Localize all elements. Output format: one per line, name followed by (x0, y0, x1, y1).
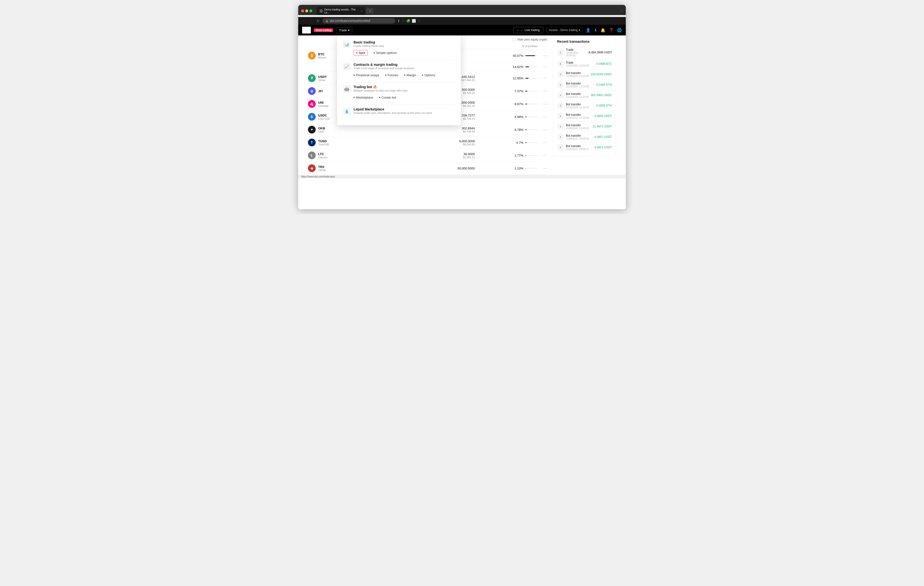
marketplace-dot (353, 97, 355, 98)
tx-info: Trade 12/06/2022, 10:59:09 (566, 48, 588, 57)
new-tab-button[interactable]: + (366, 8, 373, 13)
assets-dropdown[interactable]: Assets - Demo trading ▾ (546, 27, 583, 33)
okx-logo[interactable]: OKX (302, 27, 311, 33)
margin-menu-item[interactable]: Margin (404, 72, 416, 78)
create-bot-dot (379, 97, 380, 98)
tx-icon: ↕ (557, 113, 564, 119)
tx-info: Bot transfer 11/09/2022, 09:08:37 (566, 144, 594, 151)
bookmark-icon[interactable]: ☆ (402, 19, 405, 23)
assets-chevron-icon: ▾ (579, 28, 580, 32)
create-bot-label: Create bot (381, 96, 396, 99)
trade-menu-button[interactable]: Trade ▾ (336, 27, 352, 33)
portfolio-bar (525, 78, 538, 79)
transaction-item: ↕ Bot transfer 11/09/2022, 09:08:38 4.09… (557, 132, 612, 142)
tx-info: Bot transfer 11/16/2022, 12:31:06 (566, 71, 591, 78)
portfolio-bar-fill (525, 78, 528, 79)
live-trading-button[interactable]: ← ← Live trading (513, 27, 543, 33)
row-actions[interactable]: ⋯ (538, 89, 547, 93)
back-button[interactable]: ← (301, 18, 307, 23)
transaction-item: ↕ Trade 12/06/2022, 10:59:09 -8,484.3999… (557, 46, 612, 59)
menu-icon[interactable]: ⋮ (417, 19, 421, 23)
status-url: https://www.okx.com/trade-spot (301, 175, 335, 178)
trading-bot-subtitle: Multiple strategies to help you trade wi… (353, 89, 408, 92)
asset-name: Uniswap (318, 104, 328, 107)
hide-zero-checkbox[interactable] (513, 38, 516, 41)
portfolio-col: 6.87% (475, 102, 538, 106)
more-options-button[interactable]: ⋯ (543, 102, 547, 106)
help-icon[interactable]: ❓ (609, 28, 614, 33)
row-actions[interactable]: ⋯ (538, 166, 547, 171)
bell-icon[interactable]: 🔔 (601, 28, 606, 33)
portfolio-pct: 1.10% (515, 167, 523, 170)
asset-icon: ₿ (308, 52, 316, 60)
spot-menu-item[interactable]: Spot (353, 50, 368, 56)
liquid-marketplace-subtitle: Instantly trade spot, derivatives, and s… (353, 111, 432, 114)
tab-close-button[interactable]: × (361, 10, 362, 12)
create-bot-menu-item[interactable]: Create bot (379, 95, 396, 100)
active-tab[interactable]: Demo trading assets - The Le... × (317, 7, 365, 15)
row-actions[interactable]: ⋯ (538, 53, 547, 58)
asset-symbol: JFI (318, 89, 323, 93)
extension-icon[interactable]: 🧩 (406, 19, 410, 23)
portfolio-bar (525, 104, 538, 104)
refresh-button[interactable]: ↻ (316, 18, 320, 23)
tx-icon: ↕ (557, 60, 564, 67)
more-options-button[interactable]: ⋯ (543, 76, 547, 81)
portfolio-col: 1.77% (475, 154, 538, 157)
simple-options-menu-item[interactable]: Simple options (374, 50, 397, 56)
options-menu-item[interactable]: Options (422, 72, 435, 78)
row-actions[interactable]: ⋯ (538, 65, 547, 69)
forward-button[interactable]: → (309, 18, 314, 23)
perpetual-swaps-menu-item[interactable]: Perpetual swaps (353, 72, 379, 78)
asset-symbol: LTC (318, 152, 327, 156)
download-icon[interactable]: ⬇ (594, 28, 597, 33)
tx-type: Bot transfer (566, 71, 591, 75)
row-actions[interactable]: ⋯ (538, 76, 547, 81)
row-actions[interactable]: ⋯ (538, 153, 547, 158)
futures-menu-item[interactable]: Futures (385, 72, 398, 78)
trading-bot-section: 🤖 Trading bot 🔥 Multiple strategies to h… (343, 85, 455, 100)
asset-icon: T (308, 139, 316, 146)
tx-amount: 4.0903 USDT (594, 114, 612, 118)
demo-trading-badge[interactable]: Demo trading (314, 28, 333, 32)
globe-icon[interactable]: 🌐 (617, 28, 622, 33)
row-actions[interactable]: ⋯ (538, 140, 547, 145)
more-options-button[interactable]: ⋯ (543, 114, 547, 119)
tx-type: Trade (566, 61, 596, 65)
tx-amount: 0.2469 ETH (596, 83, 612, 86)
portfolio-pct: 1.77% (515, 154, 523, 157)
marketplace-menu-item[interactable]: Marketplace (353, 95, 373, 100)
row-actions[interactable]: ⋯ (538, 114, 547, 119)
portfolio-pct: 4.78% (515, 128, 523, 132)
asset-icon: $ (308, 113, 316, 121)
options-dot (422, 74, 423, 76)
more-options-button[interactable]: ⋯ (543, 89, 547, 93)
more-options-button[interactable]: ⋯ (543, 127, 547, 132)
asset-icon: 🦄 (308, 100, 316, 108)
tx-date: 11/09/2022, 15:25:29 (566, 116, 594, 119)
more-options-button[interactable]: ⋯ (543, 140, 547, 145)
profile-icon[interactable]: ⬜ (412, 19, 416, 23)
more-options-button[interactable]: ⋯ (543, 153, 547, 158)
share-icon[interactable]: ⬆ (397, 19, 400, 23)
balance-amount: 302.8944 (391, 126, 475, 130)
portfolio-col: 4.98% (475, 115, 538, 119)
address-bar[interactable]: 🔒 okx.com/balance/assets/unified (322, 18, 395, 23)
more-options-button[interactable]: ⋯ (543, 53, 547, 58)
tx-type: Bot transfer (566, 144, 594, 148)
margin-label: Margin (406, 73, 416, 77)
tx-info: Bot transfer 11/16/2022, 12:31:06 (566, 82, 596, 88)
more-options-button[interactable]: ⋯ (543, 166, 547, 171)
simple-options-dot (374, 52, 375, 53)
row-actions[interactable]: ⋯ (538, 102, 547, 106)
tx-type: Bot transfer (566, 92, 591, 96)
row-actions[interactable]: ⋯ (538, 127, 547, 132)
user-icon[interactable]: 👤 (586, 28, 591, 33)
portfolio-bar (525, 91, 538, 91)
more-options-button[interactable]: ⋯ (543, 65, 547, 69)
portfolio-pct: 12.95% (513, 76, 523, 80)
transaction-item: ↕ Bot transfer 11/16/2022, 12:31:06 0.24… (557, 79, 612, 90)
portfolio-col: 40.07% (475, 54, 538, 58)
portfolio-bar (525, 116, 538, 117)
tx-type: Bot transfer (566, 134, 594, 137)
